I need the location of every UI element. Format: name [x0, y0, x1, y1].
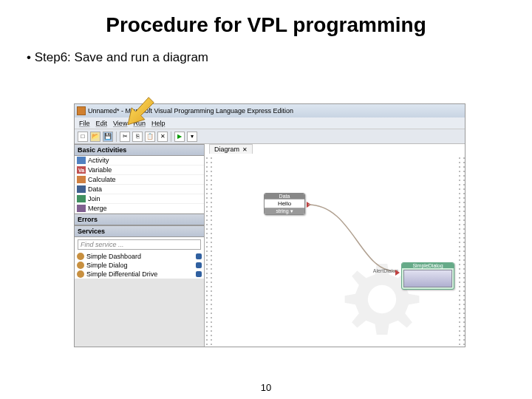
gear-icon: [77, 262, 84, 269]
activity-label: Variable: [88, 166, 112, 174]
dialog-node-header: SimpleDialog: [402, 263, 454, 268]
activity-item[interactable]: Merge: [75, 204, 204, 214]
activity-label: Activity: [88, 157, 109, 164]
delete-button[interactable]: ✕: [157, 132, 168, 142]
slide-title: Procedure for VPL programming: [0, 0, 532, 41]
pin-icon[interactable]: [196, 271, 202, 277]
service-search-input[interactable]: Find service ...: [78, 239, 201, 250]
services-panel: Find service ... Simple DashboardSimple …: [75, 237, 204, 279]
services-header[interactable]: Services: [75, 225, 204, 237]
sidebar: Basic Activities ActivityVaVariableCalcu…: [75, 144, 205, 347]
tab-label: Diagram: [214, 146, 239, 153]
copy-button[interactable]: ⎘: [132, 132, 143, 142]
activity-item[interactable]: Activity: [75, 156, 204, 166]
service-item[interactable]: Simple Dialog: [75, 261, 204, 270]
activity-label: Data: [88, 185, 102, 193]
save-button[interactable]: 💾: [103, 132, 113, 142]
connection-wire: [308, 203, 412, 277]
new-button[interactable]: □: [78, 132, 88, 142]
activity-label: Merge: [88, 205, 107, 212]
dialog-node-body: [403, 270, 452, 287]
data-node-value[interactable]: Hello: [265, 199, 304, 208]
activity-item[interactable]: VaVariable: [75, 166, 204, 175]
cut-button[interactable]: ✂: [120, 132, 130, 142]
basic-activities-header[interactable]: Basic Activities: [75, 144, 204, 156]
run-dropdown[interactable]: ▾: [187, 132, 197, 142]
activity-icon: [77, 205, 86, 212]
activity-icon: [77, 176, 86, 183]
grid-dots-left: [205, 156, 212, 347]
data-node-type[interactable]: string ▾: [265, 208, 304, 214]
pin-icon[interactable]: [196, 253, 202, 259]
grid-dots-right: [457, 156, 465, 347]
open-button[interactable]: 📂: [90, 132, 100, 142]
slide-bullet: Step6: Save and run a diagram: [0, 41, 532, 65]
window-title: Unnamed* - Microsoft Visual Programming …: [88, 107, 293, 115]
input-port-icon[interactable]: [395, 270, 400, 276]
activity-label: Calculate: [88, 176, 116, 183]
port-label: AlertDialog: [373, 268, 398, 273]
paste-button[interactable]: 📋: [145, 132, 155, 142]
toolbar-separator: [116, 132, 117, 142]
menu-edit[interactable]: Edit: [96, 120, 108, 127]
content-area: Basic Activities ActivityVaVariableCalcu…: [75, 144, 465, 347]
data-node[interactable]: Data Hello string ▾: [264, 193, 305, 215]
activity-item[interactable]: Calculate: [75, 175, 204, 185]
service-item[interactable]: Simple Dashboard: [75, 252, 204, 261]
pin-icon[interactable]: [196, 262, 202, 268]
service-label: Simple Dialog: [86, 262, 128, 269]
activity-icon: [77, 195, 86, 202]
toolbar-separator: [171, 132, 171, 142]
diagram-canvas[interactable]: Diagram✕ Data Hello string ▾ AlertDialog…: [205, 144, 465, 347]
vpl-window: Unnamed* - Microsoft Visual Programming …: [74, 103, 466, 347]
gear-icon: [77, 253, 84, 260]
activity-label: Join: [88, 195, 100, 202]
activity-icon: [77, 185, 86, 193]
page-number: 10: [0, 382, 532, 393]
simple-dialog-node[interactable]: SimpleDialog: [401, 262, 454, 290]
service-item[interactable]: Simple Differential Drive: [75, 270, 204, 279]
service-label: Simple Dashboard: [86, 253, 141, 260]
errors-header[interactable]: Errors: [75, 214, 204, 225]
toolbar: □ 📂 💾 ✂ ⎘ 📋 ✕ ▶ ▾: [75, 129, 465, 144]
menu-file[interactable]: File: [79, 120, 90, 127]
diagram-tab[interactable]: Diagram✕: [209, 144, 253, 154]
service-label: Simple Differential Drive: [86, 270, 157, 278]
activity-icon: Va: [77, 166, 86, 174]
activity-icon: [77, 157, 86, 164]
gear-icon: [77, 270, 84, 278]
tab-close-icon[interactable]: ✕: [242, 146, 248, 153]
activity-item[interactable]: Data: [75, 185, 204, 194]
data-node-header: Data: [265, 194, 304, 199]
run-button[interactable]: ▶: [174, 132, 185, 142]
app-icon: [77, 106, 86, 115]
basic-activities-list: ActivityVaVariableCalculateDataJoinMerge: [75, 156, 204, 214]
activity-item[interactable]: Join: [75, 194, 204, 204]
annotation-arrow-icon: [123, 96, 155, 129]
